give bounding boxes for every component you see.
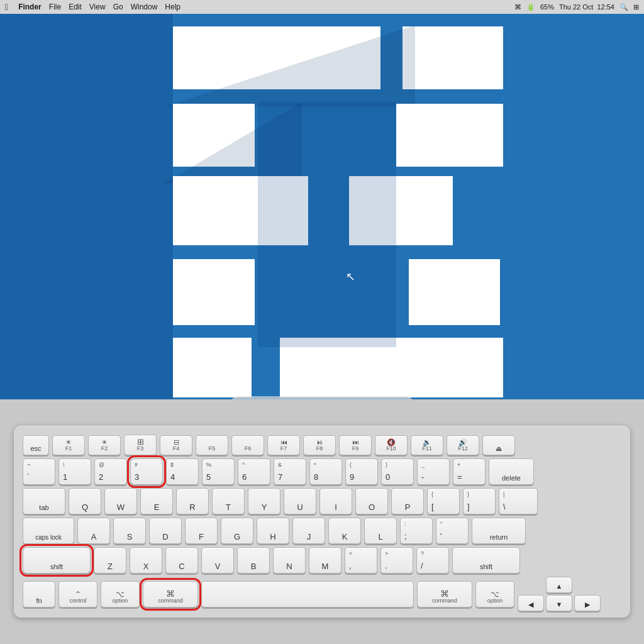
key-capslock[interactable]: caps lock	[23, 518, 74, 544]
key-control[interactable]: ⌃ control	[58, 581, 97, 608]
key-c[interactable]: C	[165, 547, 198, 574]
key-f10[interactable]: 🔇F10	[375, 435, 408, 455]
key-i[interactable]: I	[319, 488, 352, 514]
key-p[interactable]: P	[391, 488, 424, 514]
key-arrow-up[interactable]: ▲	[546, 577, 572, 593]
view-menu[interactable]: View	[89, 3, 106, 11]
search-icon[interactable]: 🔍	[619, 3, 628, 11]
key-f5[interactable]: F5	[196, 435, 228, 455]
key-u[interactable]: U	[284, 488, 316, 514]
help-menu[interactable]: Help	[165, 3, 180, 11]
menubar:  Finder File Edit View Go Window Help ⌘…	[0, 0, 644, 14]
key-arrow-right[interactable]: ▶	[574, 595, 601, 611]
wifi-icon[interactable]: ⌘	[514, 3, 521, 11]
key-8[interactable]: *8	[309, 458, 342, 485]
key-period[interactable]: >.	[380, 547, 413, 574]
key-return[interactable]: return	[472, 518, 526, 544]
key-arrow-down[interactable]: ▼	[546, 595, 572, 611]
keyboard-container: esc ☀F1 ☀F2 ⊞F3 ⊟F4 F5 F6 ⏮F7 ⏯F8 ⏭F9 🔇F…	[0, 399, 644, 644]
key-bracket-right[interactable]: }]	[463, 488, 496, 514]
battery-icon[interactable]: 🔋	[526, 3, 535, 11]
key-space[interactable]	[201, 581, 414, 608]
key-r[interactable]: R	[176, 488, 209, 514]
edit-menu[interactable]: Edit	[69, 3, 82, 11]
apple-menu[interactable]: 	[5, 2, 8, 12]
go-menu[interactable]: Go	[113, 3, 123, 11]
key-fn[interactable]: fn	[23, 581, 55, 608]
key-9[interactable]: (9	[345, 458, 378, 485]
key-n[interactable]: N	[273, 547, 306, 574]
key-f3[interactable]: ⊞F3	[124, 435, 157, 455]
key-l[interactable]: L	[364, 518, 397, 544]
key-z[interactable]: Z	[94, 547, 126, 574]
key-backslash[interactable]: |\	[499, 488, 538, 514]
key-2[interactable]: @2	[94, 458, 127, 485]
key-a[interactable]: A	[77, 518, 110, 544]
key-5[interactable]: %5	[202, 458, 235, 485]
key-h[interactable]: H	[257, 518, 289, 544]
key-y[interactable]: Y	[248, 488, 280, 514]
key-slash[interactable]: ?/	[416, 547, 449, 574]
key-shift-left[interactable]: shift	[23, 547, 91, 574]
key-command-right[interactable]: ⌘ command	[417, 581, 472, 608]
key-minus[interactable]: _-	[417, 458, 450, 485]
key-b[interactable]: B	[237, 547, 270, 574]
key-f12[interactable]: 🔊F12	[447, 435, 479, 455]
key-f1[interactable]: ☀F1	[52, 435, 85, 455]
key-3[interactable]: #3	[130, 458, 163, 485]
file-menu[interactable]: File	[49, 3, 61, 11]
key-bracket-left[interactable]: {[	[427, 488, 460, 514]
key-f7[interactable]: ⏮F7	[267, 435, 300, 455]
key-option-right[interactable]: ⌥ option	[475, 581, 514, 608]
key-f[interactable]: F	[185, 518, 218, 544]
key-4[interactable]: $4	[166, 458, 199, 485]
control-center-icon[interactable]: ⊞	[633, 3, 639, 11]
key-tab[interactable]: tab	[23, 488, 65, 514]
key-m[interactable]: M	[309, 547, 341, 574]
key-shift-right[interactable]: shift	[452, 547, 520, 574]
app-name-menu[interactable]: Finder	[18, 3, 42, 11]
key-f11[interactable]: 🔉F11	[411, 435, 443, 455]
key-k[interactable]: K	[328, 518, 361, 544]
key-6[interactable]: ^6	[238, 458, 270, 485]
key-s[interactable]: S	[113, 518, 146, 544]
key-option-left[interactable]: ⌥ option	[101, 581, 140, 608]
key-comma[interactable]: <,	[345, 547, 377, 574]
key-quote[interactable]: "'	[436, 518, 469, 544]
key-t[interactable]: T	[212, 488, 245, 514]
key-q[interactable]: Q	[69, 488, 101, 514]
key-equals[interactable]: +=	[453, 458, 486, 485]
key-arrow-left[interactable]: ◀	[518, 595, 544, 611]
key-f2[interactable]: ☀F2	[88, 435, 121, 455]
key-command-left[interactable]: ⌘ command	[143, 581, 198, 608]
key-esc[interactable]: esc	[23, 435, 49, 455]
key-f9[interactable]: ⏭F9	[339, 435, 372, 455]
key-d[interactable]: D	[149, 518, 182, 544]
key-v[interactable]: V	[201, 547, 234, 574]
keyboard: esc ☀F1 ☀F2 ⊞F3 ⊟F4 F5 F6 ⏮F7 ⏯F8 ⏭F9 🔇F…	[14, 426, 630, 618]
dock: 🔍 🧭 🗺 💬 📞 🗑	[229, 396, 415, 399]
key-delete[interactable]: delete	[489, 458, 534, 485]
key-0[interactable]: )0	[381, 458, 414, 485]
key-j[interactable]: J	[292, 518, 325, 544]
key-g[interactable]: G	[221, 518, 253, 544]
key-backtick[interactable]: ~`	[23, 458, 55, 485]
desktop: ↖ 🔍 🧭 🗺 💬 📞 🗑	[0, 14, 644, 399]
key-o[interactable]: O	[355, 488, 388, 514]
key-1[interactable]: !1	[58, 458, 91, 485]
key-f8[interactable]: ⏯F8	[303, 435, 336, 455]
key-f4[interactable]: ⊟F4	[160, 435, 192, 455]
window-menu[interactable]: Window	[131, 3, 158, 11]
key-f6[interactable]: F6	[231, 435, 264, 455]
date-time: Thu 22 Oct 12:54	[559, 3, 614, 11]
key-7[interactable]: &7	[274, 458, 306, 485]
key-semicolon[interactable]: :;	[400, 518, 433, 544]
battery-percent: 65%	[540, 3, 554, 11]
key-e[interactable]: E	[140, 488, 173, 514]
key-x[interactable]: X	[130, 547, 162, 574]
key-w[interactable]: W	[104, 488, 137, 514]
key-eject[interactable]: ⏏	[482, 435, 515, 455]
